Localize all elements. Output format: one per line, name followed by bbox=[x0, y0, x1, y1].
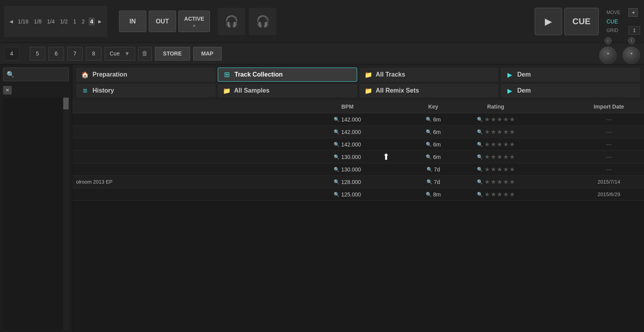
tab-demo1[interactable]: ▶ Dem bbox=[501, 68, 640, 82]
tab-all-samples[interactable]: 📁 All Samples bbox=[218, 84, 357, 97]
num-button-6[interactable]: 6 bbox=[48, 47, 64, 61]
bpm-search-icon-5[interactable]: 🔍 bbox=[334, 167, 340, 172]
rating-search-icon-3[interactable]: 🔍 bbox=[477, 142, 483, 147]
headphone-left-button[interactable]: 🎧 bbox=[218, 8, 245, 35]
quantize-4[interactable]: 4 bbox=[89, 18, 95, 25]
cell-bpm-4: 🔍 130.000 bbox=[336, 154, 359, 160]
cue-dropdown[interactable]: Cue ▼ bbox=[105, 47, 135, 61]
out-button[interactable]: OUT bbox=[149, 11, 176, 32]
key-value-4: 6m bbox=[433, 154, 441, 160]
bpm-search-icon-6[interactable]: 🔍 bbox=[334, 179, 340, 185]
play-icon: ▶ bbox=[545, 16, 552, 27]
all-tracks-label: All Tracks bbox=[376, 71, 406, 78]
stars-7: ★★★★★ bbox=[484, 191, 515, 198]
key-search-icon-3[interactable]: 🔍 bbox=[426, 142, 432, 147]
cue-dropdown-label: Cue bbox=[110, 50, 120, 57]
store-button[interactable]: STORE bbox=[155, 47, 190, 61]
tab-all-remix-sets[interactable]: 📁 All Remix Sets bbox=[359, 84, 499, 97]
cell-key-1: 🔍 6m bbox=[422, 116, 445, 123]
rating-search-icon-4[interactable]: 🔍 bbox=[477, 154, 483, 160]
col-header-bpm: BPM bbox=[336, 104, 359, 110]
key-search-icon-1[interactable]: 🔍 bbox=[426, 117, 432, 122]
col-header-key: Key bbox=[422, 104, 445, 110]
pan-knob-right[interactable] bbox=[623, 46, 640, 64]
num-button-8[interactable]: 8 bbox=[86, 47, 101, 61]
play-button[interactable]: ▶ bbox=[535, 8, 562, 35]
tab-demo2[interactable]: ▶ Dem bbox=[501, 84, 640, 97]
in-out-section: IN OUT ACTIVE ▲ bbox=[119, 6, 210, 37]
col-header-key-spacer bbox=[445, 104, 484, 110]
table-row[interactable]: 🔍 142.000 🔍 6m 🔍 ★★★★★ bbox=[72, 126, 644, 138]
date-value-6: 2015/7/14 bbox=[598, 179, 620, 185]
search-icon: 🔍 bbox=[7, 71, 14, 78]
trash-button[interactable]: 🗑 bbox=[138, 47, 152, 61]
pan-info-right[interactable]: i bbox=[628, 37, 635, 44]
pan-knob-left[interactable] bbox=[599, 46, 617, 64]
in-button[interactable]: IN bbox=[119, 11, 146, 32]
play-cue-section: ▶ CUE bbox=[535, 6, 599, 37]
search-box[interactable]: 🔍 bbox=[3, 68, 69, 81]
quantize-1-16[interactable]: 1/16 bbox=[16, 18, 30, 25]
active-button[interactable]: ACTIVE ▲ bbox=[178, 11, 210, 32]
sidebar-scrollbar-track[interactable] bbox=[63, 98, 69, 330]
headphone-right-button[interactable]: 🎧 bbox=[249, 8, 276, 35]
bpm-value-7: 125.000 bbox=[341, 191, 361, 198]
move-left-arrow[interactable]: ◄ bbox=[628, 8, 638, 17]
quantize-1-4[interactable]: 1/4 bbox=[46, 18, 56, 25]
tab-preparation[interactable]: 🏠 Preparation bbox=[76, 68, 215, 82]
pan-info-left[interactable]: i bbox=[605, 37, 612, 44]
demo1-icon: ▶ bbox=[505, 71, 514, 78]
key-search-icon-5[interactable]: 🔍 bbox=[427, 167, 432, 172]
tab-track-collection[interactable]: ⊞ Track Collection bbox=[218, 68, 357, 82]
table-row[interactable]: 🔍 125.000 🔍 8m 🔍 ★★★★★ bbox=[72, 188, 644, 201]
close-button[interactable]: ✕ bbox=[3, 86, 12, 95]
demo2-label: Dem bbox=[517, 87, 531, 94]
grid-row: GRID 1 bbox=[607, 26, 640, 35]
col-header-import-date: Import Date bbox=[578, 104, 640, 110]
rating-search-icon-1[interactable]: 🔍 bbox=[477, 117, 483, 122]
table-row[interactable]: olroom 2013 EP 🔍 128.000 🔍 7d 🔍 bbox=[72, 176, 644, 188]
bpm-search-icon-1[interactable]: 🔍 bbox=[334, 117, 340, 122]
date-value-4: --- bbox=[606, 154, 612, 160]
tab-history[interactable]: ≡ History bbox=[76, 84, 215, 97]
table-row[interactable]: 🔍 142.000 🔍 6m 🔍 ★★★★★ bbox=[72, 138, 644, 151]
quantize-left-arrow[interactable]: ◄ bbox=[9, 18, 14, 25]
tab-all-tracks[interactable]: 📁 All Tracks bbox=[359, 68, 499, 82]
key-search-icon-6[interactable]: 🔍 bbox=[427, 179, 432, 185]
map-button[interactable]: MAP bbox=[193, 47, 222, 61]
rating-search-icon-5[interactable]: 🔍 bbox=[477, 167, 483, 172]
table-row[interactable]: 🔍 130.000 ⬆ 🔍 6m 🔍 ★★★★★ bbox=[72, 151, 644, 163]
bpm-search-icon-3[interactable]: 🔍 bbox=[334, 142, 340, 147]
bpm-search-icon-7[interactable]: 🔍 bbox=[334, 192, 340, 197]
quantize-1[interactable]: 1 bbox=[72, 18, 78, 25]
key-search-icon-7[interactable]: 🔍 bbox=[426, 192, 432, 197]
cue-dropdown-arrow: ▼ bbox=[125, 50, 130, 57]
cue-button[interactable]: CUE bbox=[564, 8, 599, 35]
rating-search-icon-6[interactable]: 🔍 bbox=[477, 179, 483, 185]
cell-bpm-3: 🔍 142.000 bbox=[336, 141, 359, 148]
history-label: History bbox=[93, 87, 114, 94]
key-search-icon-2[interactable]: 🔍 bbox=[426, 129, 432, 135]
rating-search-icon-7[interactable]: 🔍 bbox=[477, 192, 483, 197]
nav-tabs: 🏠 Preparation ⊞ Track Collection 📁 All T… bbox=[72, 64, 644, 100]
table-row[interactable]: 🔍 130.000 🔍 7d 🔍 ★★★★★ bbox=[72, 163, 644, 176]
key-search-icon-4[interactable]: 🔍 bbox=[426, 154, 432, 160]
move-cue-grid-section: MOVE ◄ CUE GRID 1 bbox=[607, 6, 640, 37]
cursor-icon: ⬆ bbox=[382, 152, 390, 162]
quantize-1-2[interactable]: 1/2 bbox=[59, 18, 69, 25]
num-button-5[interactable]: 5 bbox=[30, 47, 45, 61]
table-row[interactable]: 🔍 142.000 🔍 6m 🔍 ★ ★ ★ bbox=[72, 113, 644, 126]
sidebar-scrollbar-thumb[interactable] bbox=[63, 98, 69, 109]
stars-5: ★★★★★ bbox=[484, 166, 515, 173]
key-value-2: 6m bbox=[433, 129, 441, 135]
rating-search-icon-2[interactable]: 🔍 bbox=[477, 129, 483, 135]
quantize-2[interactable]: 2 bbox=[80, 18, 86, 25]
quantize-right-arrow[interactable]: ► bbox=[97, 18, 103, 25]
bpm-value-2: 142.000 bbox=[341, 129, 361, 135]
bpm-search-icon-4[interactable]: 🔍 bbox=[334, 154, 340, 160]
bpm-search-icon-2[interactable]: 🔍 bbox=[334, 129, 340, 135]
track-table: BPM Key Rating Import Date 🔍 142.000 bbox=[72, 100, 644, 332]
num-button-7[interactable]: 7 bbox=[67, 47, 83, 61]
preparation-label: Preparation bbox=[93, 71, 127, 78]
quantize-1-8[interactable]: 1/8 bbox=[32, 18, 43, 25]
